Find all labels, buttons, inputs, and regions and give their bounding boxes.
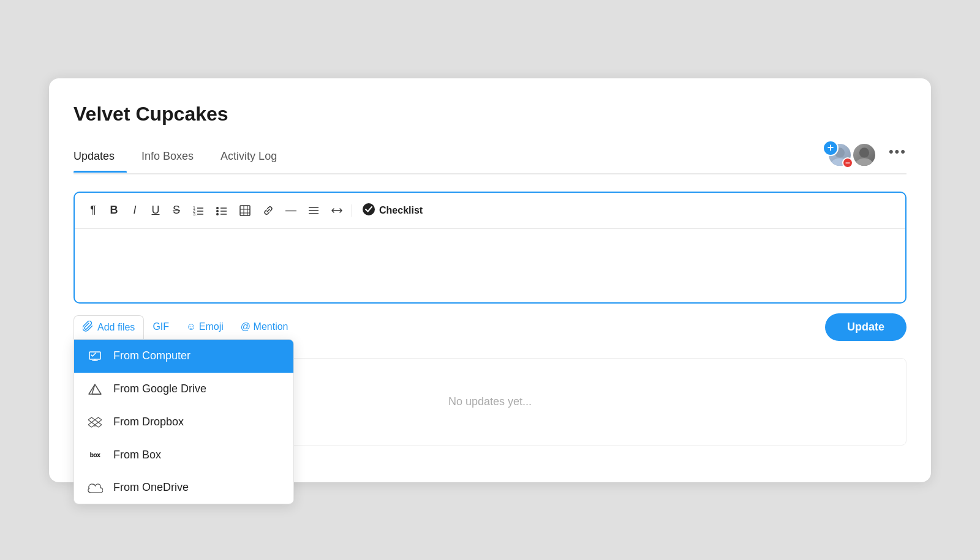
computer-icon (86, 349, 104, 363)
mention-icon: @ (241, 321, 251, 332)
onedrive-icon (86, 482, 104, 493)
underline-button[interactable]: U (147, 202, 164, 219)
gif-button[interactable]: GIF (144, 316, 178, 337)
checklist-button[interactable]: Checklist (357, 200, 428, 221)
avatar-1-wrap: + − (827, 143, 852, 167)
dropdown-dropbox-label: From Dropbox (113, 416, 184, 428)
svg-point-14 (216, 213, 219, 215)
horizontal-rule-button[interactable]: — (282, 202, 300, 219)
strikethrough-button[interactable]: S (168, 202, 185, 219)
dropdown-item-computer[interactable]: From Computer (74, 340, 293, 373)
svg-point-12 (216, 210, 219, 212)
svg-point-3 (855, 158, 873, 167)
emoji-icon: ☺ (186, 321, 196, 332)
checklist-label: Checklist (379, 205, 423, 216)
action-bar: Add files From Computer (74, 313, 907, 341)
avatar-2-wrap (852, 143, 876, 167)
remove-member-button[interactable]: − (842, 157, 853, 168)
gif-label: GIF (153, 321, 169, 332)
dropdown-item-dropbox[interactable]: From Dropbox (74, 406, 293, 439)
update-button[interactable]: Update (825, 313, 907, 341)
more-menu-button[interactable]: ••• (889, 144, 907, 166)
link-button[interactable] (258, 202, 278, 219)
emoji-label: Emoji (199, 321, 224, 332)
emoji-button[interactable]: ☺ Emoji (178, 316, 232, 337)
main-card: Velvet Cupcakes Updates Info Boxes Activ… (49, 78, 931, 482)
dropdown-box-label: From Box (113, 449, 161, 461)
svg-point-10 (216, 207, 219, 209)
editor-toolbar: ¶ B I U S 1. 2. 3. (75, 193, 905, 229)
dropdown-item-onedrive[interactable]: From OneDrive (74, 471, 293, 504)
mention-label: Mention (254, 321, 288, 332)
bold-button[interactable]: B (105, 202, 123, 219)
tab-info-boxes[interactable]: Info Boxes (141, 144, 206, 171)
toolbar-divider (352, 204, 352, 217)
checklist-icon (362, 203, 375, 218)
editor-content[interactable] (75, 229, 905, 302)
box-icon: box (86, 451, 104, 459)
align-button[interactable] (304, 202, 323, 219)
resize-button[interactable] (327, 202, 347, 219)
dropdown-onedrive-label: From OneDrive (113, 481, 189, 494)
table-button[interactable] (235, 202, 255, 219)
paragraph-button[interactable]: ¶ (85, 202, 102, 219)
action-bar-left: Add files From Computer (74, 315, 296, 339)
unordered-list-button[interactable] (212, 202, 232, 219)
tabs-row: Updates Info Boxes Activity Log + − (74, 143, 907, 174)
add-member-button[interactable]: + (823, 140, 839, 156)
ordered-list-button[interactable]: 1. 2. 3. (189, 202, 208, 219)
italic-button[interactable]: I (126, 202, 143, 219)
svg-point-25 (363, 203, 375, 215)
paperclip-icon (83, 321, 94, 334)
add-files-button[interactable]: Add files (74, 315, 144, 339)
page-title: Velvet Cupcakes (74, 103, 907, 125)
tab-activity-log[interactable]: Activity Log (221, 144, 289, 171)
avatar-2[interactable] (852, 143, 876, 167)
editor-box: ¶ B I U S 1. 2. 3. (74, 192, 907, 304)
dropdown-computer-label: From Computer (113, 349, 190, 362)
google-drive-icon (86, 383, 104, 396)
avatar-group: + − ••• (827, 143, 907, 173)
dropdown-google-drive-label: From Google Drive (113, 383, 206, 395)
add-files-label: Add files (97, 322, 135, 333)
add-files-dropdown: From Computer From Google Drive (74, 339, 294, 504)
dropdown-item-box[interactable]: box From Box (74, 439, 293, 471)
svg-text:3.: 3. (193, 212, 197, 216)
svg-rect-16 (240, 206, 250, 215)
svg-point-2 (859, 147, 869, 157)
mention-button[interactable]: @ Mention (232, 316, 297, 337)
tab-updates[interactable]: Updates (74, 144, 127, 171)
dropbox-icon (86, 416, 104, 429)
dropdown-item-google-drive[interactable]: From Google Drive (74, 373, 293, 406)
